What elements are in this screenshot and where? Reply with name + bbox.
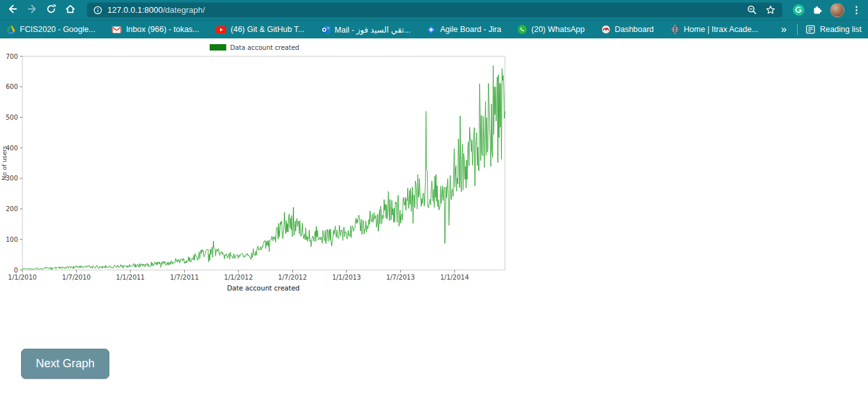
url-path: /dategraph/ <box>163 5 205 15</box>
back-icon <box>7 3 19 17</box>
extensions-puzzle-icon[interactable] <box>812 4 823 16</box>
outlook-icon <box>322 26 330 34</box>
youtube-icon <box>216 26 226 33</box>
back-button[interactable] <box>4 1 22 19</box>
svg-text:1/1/2013: 1/1/2013 <box>332 274 361 281</box>
forward-button[interactable] <box>23 1 41 19</box>
legend-label: Data account created <box>230 44 299 51</box>
svg-text:500: 500 <box>6 114 18 121</box>
divider <box>797 24 798 35</box>
bookmark-item[interactable]: FCIS2020 - Google... <box>6 25 95 34</box>
menu-kebab-icon[interactable] <box>851 5 862 15</box>
whatsapp-icon <box>518 25 527 34</box>
reading-list-icon <box>805 24 816 35</box>
dashboard-icon <box>601 25 610 34</box>
bookmark-star-icon[interactable] <box>765 4 776 15</box>
jira-icon <box>427 26 435 34</box>
svg-text:600: 600 <box>6 83 18 90</box>
bookmarks-overflow-chevron[interactable]: » <box>779 24 789 35</box>
reading-list-label: Reading list <box>820 25 862 34</box>
bookmark-label: Dashboard <box>615 25 654 34</box>
bookmark-label: FCIS2020 - Google... <box>20 25 95 34</box>
bookmark-item[interactable]: Dashboard <box>601 25 654 34</box>
bookmark-label: Inbox (966) - tokas... <box>126 25 199 34</box>
x-axis-label: Date account created <box>227 284 300 292</box>
reading-list-button[interactable]: Reading list <box>805 24 862 35</box>
svg-text:1/1/2014: 1/1/2014 <box>440 274 469 281</box>
svg-text:0: 0 <box>14 267 18 274</box>
bookmark-item[interactable]: Mail - تقي السيد فوز... <box>322 25 411 35</box>
bookmark-item[interactable]: Agile Board - Jira <box>427 25 501 34</box>
bookmark-label: (46) Git & GitHub T... <box>231 25 305 34</box>
url-host: 127.0.0.1:8000 <box>107 5 163 15</box>
bookmarks-bar: FCIS2020 - Google...Inbox (966) - tokas.… <box>0 20 868 38</box>
page-content: 01002003004005006007001/1/20101/7/20101/… <box>0 38 868 405</box>
y-axis-label: No of users <box>1 146 8 180</box>
drive-icon <box>6 26 15 34</box>
home-button[interactable] <box>61 1 79 19</box>
profile-avatar[interactable] <box>830 3 844 17</box>
svg-text:100: 100 <box>6 236 18 243</box>
zoom-icon[interactable] <box>747 4 757 15</box>
forward-icon <box>26 3 38 17</box>
url-text: 127.0.0.1:8000/dategraph/ <box>107 5 205 15</box>
svg-text:700: 700 <box>6 53 18 60</box>
bookmark-item[interactable]: (20) WhatsApp <box>518 25 584 34</box>
bookmark-item[interactable]: Home | Itrax Acade... <box>670 25 759 34</box>
info-icon[interactable] <box>93 6 102 15</box>
home-icon <box>65 3 76 17</box>
globe-icon <box>670 25 679 34</box>
bookmark-label: Mail - تقي السيد فوز... <box>335 25 411 35</box>
grammarly-extension-icon[interactable] <box>793 4 805 16</box>
user-growth-chart: 01002003004005006007001/1/20101/7/20101/… <box>0 38 524 294</box>
next-graph-button[interactable]: Next Graph <box>21 349 109 379</box>
svg-text:1/1/2012: 1/1/2012 <box>224 274 253 281</box>
bookmark-label: Home | Itrax Acade... <box>684 25 759 34</box>
svg-text:1/1/2011: 1/1/2011 <box>116 274 145 281</box>
reload-icon <box>45 3 57 17</box>
svg-text:1/7/2011: 1/7/2011 <box>170 274 199 281</box>
legend-swatch <box>210 44 226 51</box>
bookmark-item[interactable]: (46) Git & GitHub T... <box>216 25 305 34</box>
bookmark-item[interactable]: Inbox (966) - tokas... <box>112 25 199 34</box>
reload-button[interactable] <box>42 1 60 19</box>
svg-text:200: 200 <box>6 205 18 212</box>
svg-text:1/1/2010: 1/1/2010 <box>8 274 37 281</box>
address-bar[interactable]: 127.0.0.1:8000/dategraph/ <box>87 3 782 17</box>
svg-text:1/7/2010: 1/7/2010 <box>62 274 91 281</box>
bookmark-label: (20) WhatsApp <box>531 25 584 34</box>
gmail-icon <box>112 26 121 33</box>
svg-text:1/7/2012: 1/7/2012 <box>278 274 307 281</box>
bookmark-label: Agile Board - Jira <box>440 25 501 34</box>
browser-toolbar: 127.0.0.1:8000/dategraph/ <box>0 0 868 20</box>
svg-text:1/7/2013: 1/7/2013 <box>386 274 415 281</box>
